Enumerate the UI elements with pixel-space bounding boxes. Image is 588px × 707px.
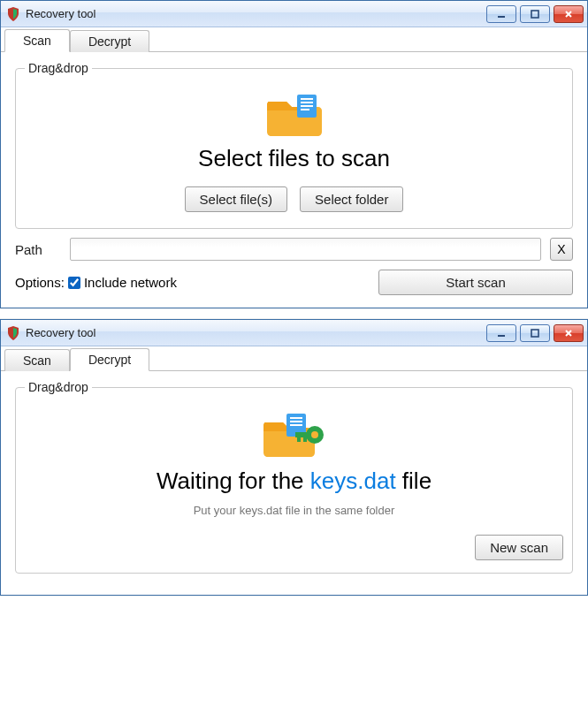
scan-headline: Select files to scan xyxy=(25,145,563,172)
tab-scan[interactable]: Scan xyxy=(4,29,70,52)
path-label: Path xyxy=(15,242,61,257)
svg-rect-17 xyxy=(303,437,307,442)
tab-decrypt[interactable]: Decrypt xyxy=(70,30,149,52)
maximize-button[interactable] xyxy=(520,5,550,23)
new-scan-row: New scan xyxy=(25,535,563,560)
shield-icon xyxy=(6,7,20,21)
client-area: Scan Decrypt Drag&drop xyxy=(1,346,587,595)
waiting-headline: Waiting for the keys.dat file xyxy=(25,468,563,495)
include-network-checkbox[interactable] xyxy=(68,277,80,289)
options-row: Options: Include network Start scan xyxy=(15,270,573,295)
start-scan-button[interactable]: Start scan xyxy=(378,270,573,295)
folder-document-icon xyxy=(25,89,563,141)
window-title: Recovery tool xyxy=(26,7,95,20)
titlebar[interactable]: Recovery tool xyxy=(1,1,587,27)
close-button[interactable] xyxy=(554,324,584,342)
dragdrop-group[interactable]: Drag&drop Select files to sc xyxy=(15,61,573,229)
svg-rect-7 xyxy=(498,335,505,337)
svg-rect-10 xyxy=(290,417,302,419)
waiting-hint: Put your keys.dat file in the same folde… xyxy=(25,504,563,517)
select-files-button[interactable]: Select file(s) xyxy=(185,186,288,212)
decrypt-panel: Drag&drop xyxy=(1,371,587,595)
window-title: Recovery tool xyxy=(26,326,95,339)
drop-target[interactable]: Waiting for the keys.dat file Put your k… xyxy=(25,403,563,560)
waiting-filename: keys.dat xyxy=(310,468,396,494)
window-controls xyxy=(486,324,587,342)
path-clear-button[interactable]: X xyxy=(550,238,573,261)
svg-rect-11 xyxy=(290,421,302,422)
close-button[interactable] xyxy=(554,5,584,23)
path-row: Path X xyxy=(15,238,573,261)
new-scan-button[interactable]: New scan xyxy=(475,535,563,560)
window-scan: Recovery tool Scan Decrypt Drag&drop xyxy=(0,0,588,308)
svg-rect-12 xyxy=(290,424,302,426)
tab-scan[interactable]: Scan xyxy=(4,349,70,371)
options-label: Options: xyxy=(15,275,65,290)
dragdrop-group[interactable]: Drag&drop xyxy=(15,380,573,574)
drop-target[interactable]: Select files to scan Select file(s) Sele… xyxy=(25,84,563,212)
dragdrop-legend: Drag&drop xyxy=(25,380,92,394)
minimize-button[interactable] xyxy=(486,324,516,342)
client-area: Scan Decrypt Drag&drop xyxy=(1,27,587,308)
dragdrop-legend: Drag&drop xyxy=(25,61,92,75)
svg-rect-5 xyxy=(301,105,313,107)
waiting-prefix: Waiting for the xyxy=(157,468,304,494)
path-input[interactable] xyxy=(70,238,541,261)
svg-rect-4 xyxy=(301,102,313,103)
minimize-button[interactable] xyxy=(486,5,516,23)
svg-point-14 xyxy=(311,431,318,438)
svg-rect-6 xyxy=(301,109,309,110)
window-decrypt: Recovery tool Scan Decrypt Drag&drop xyxy=(0,319,588,596)
tabstrip: Scan Decrypt xyxy=(1,346,587,371)
titlebar[interactable]: Recovery tool xyxy=(1,320,587,346)
svg-rect-15 xyxy=(295,432,309,437)
svg-rect-3 xyxy=(301,98,313,100)
scan-panel: Drag&drop Select files to sc xyxy=(1,52,587,308)
select-buttons-row: Select file(s) Select folder xyxy=(25,186,563,212)
svg-rect-1 xyxy=(531,11,538,18)
waiting-suffix: file xyxy=(402,468,431,494)
include-network-label: Include network xyxy=(84,275,177,290)
shield-icon xyxy=(6,326,20,340)
tab-decrypt[interactable]: Decrypt xyxy=(70,348,149,371)
folder-key-icon xyxy=(25,408,563,464)
window-controls xyxy=(486,5,587,23)
svg-rect-16 xyxy=(297,437,301,442)
select-folder-button[interactable]: Select folder xyxy=(300,186,403,212)
svg-rect-8 xyxy=(531,330,538,337)
svg-rect-0 xyxy=(498,16,505,18)
tabstrip: Scan Decrypt xyxy=(1,27,587,52)
maximize-button[interactable] xyxy=(520,324,550,342)
